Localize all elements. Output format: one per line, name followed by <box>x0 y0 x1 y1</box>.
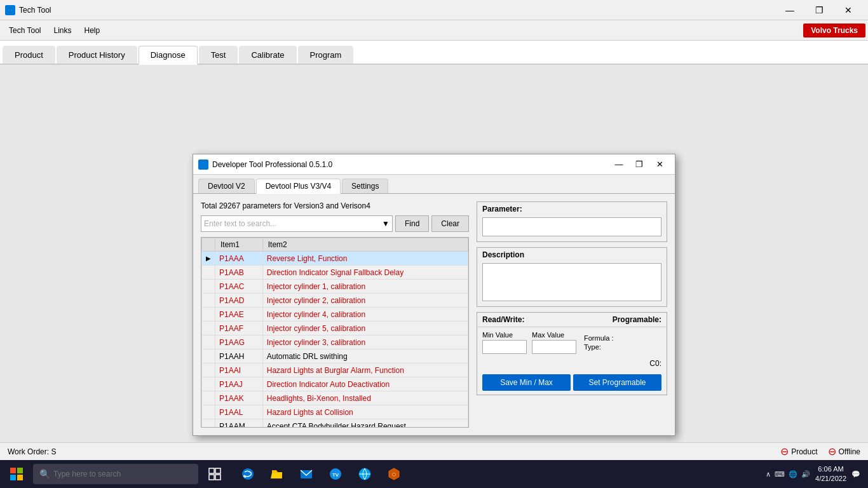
find-button[interactable]: Find <box>395 215 429 232</box>
set-programable-button[interactable]: Set Programable <box>573 374 661 391</box>
table-row[interactable]: P1AABDirection Indicator Signal Fallback… <box>202 266 468 280</box>
co-row: C0: <box>477 358 667 370</box>
arrow-col-header <box>202 238 215 252</box>
table-row[interactable]: P1AAEInjector cylinder 4, calibration <box>202 308 468 322</box>
min-value-input[interactable] <box>482 340 527 354</box>
save-min-max-button[interactable]: Save Min / Max <box>482 374 571 391</box>
row-item1: P1AAB <box>215 266 263 280</box>
dialog-title-text: Developer Tool Professional 0.5.1.0 <box>212 160 609 169</box>
programable-label: Programable: <box>613 315 661 324</box>
row-item2: Injector cylinder 5, calibration <box>262 322 468 336</box>
minimize-button[interactable]: — <box>775 0 804 20</box>
dialog-minimize-button[interactable]: — <box>609 156 629 173</box>
table-row[interactable]: ▶P1AAAReverse Light, Function <box>202 252 468 266</box>
tab-test[interactable]: Test <box>199 46 238 64</box>
row-arrow <box>202 405 215 419</box>
taskbar-apps: TV ⬡ <box>234 460 408 488</box>
tab-diagnose[interactable]: Diagnose <box>139 46 198 65</box>
menu-tech-tool[interactable]: Tech Tool <box>3 24 47 37</box>
table-row[interactable]: P1AAJDirection Indicator Auto Deactivati… <box>202 377 468 391</box>
volume-icon[interactable]: 🔊 <box>801 470 810 478</box>
taskbar-search[interactable]: 🔍 <box>33 464 198 484</box>
row-item1: P1AAH <box>215 349 263 363</box>
table-row[interactable]: P1AADInjector cylinder 2, calibration <box>202 294 468 308</box>
row-item2: Hazard Lights at Burglar Alarm, Function <box>262 363 468 377</box>
type-label: Type: <box>584 343 601 351</box>
row-item1: P1AAC <box>215 280 263 294</box>
table-row[interactable]: P1AAHAutomatic DRL swithing <box>202 349 468 363</box>
tray-up-icon[interactable]: ∧ <box>766 470 771 478</box>
dialog-maximize-button[interactable]: ❐ <box>629 156 649 173</box>
table-row[interactable]: P1AAKHeadlights, Bi-Xenon, Installed <box>202 391 468 405</box>
table-row[interactable]: P1AAMAccept CTA Bodybuilder Hazard Reque… <box>202 419 468 428</box>
notification-icon[interactable]: 💬 <box>851 470 860 478</box>
row-item2: Direction Indicator Signal Fallback Dela… <box>262 266 468 280</box>
status-right: ⊖ Product ⊖ Offline <box>780 445 860 458</box>
svg-rect-6 <box>215 468 220 473</box>
table-row[interactable]: P1AAFInjector cylinder 5, calibration <box>202 322 468 336</box>
taskbar-app-files[interactable] <box>263 460 291 488</box>
row-item1: P1AAE <box>215 308 263 322</box>
tab-settings[interactable]: Settings <box>342 179 388 193</box>
keyboard-icon[interactable]: ⌨ <box>775 470 785 478</box>
formula-label: Formula : <box>584 334 613 342</box>
menu-help[interactable]: Help <box>78 24 107 37</box>
search-icon: 🔍 <box>39 469 50 479</box>
description-textarea[interactable] <box>482 263 661 301</box>
row-arrow <box>202 391 215 405</box>
row-arrow <box>202 419 215 428</box>
taskbar-app-teamviewer[interactable]: TV <box>322 460 349 488</box>
max-value-input[interactable] <box>532 340 576 354</box>
clock[interactable]: 6:06 AM 4/21/2022 <box>815 464 846 484</box>
svg-point-9 <box>242 468 254 480</box>
tab-devtool-plus[interactable]: Devtool Plus V3/V4 <box>256 179 341 194</box>
network-icon[interactable]: 🌐 <box>789 470 797 478</box>
clear-button[interactable]: Clear <box>431 215 469 232</box>
svg-rect-4 <box>17 475 23 480</box>
total-text: Total 29267 parameters for Version3 and … <box>201 201 469 210</box>
taskbar-app-hex[interactable]: ⬡ <box>380 460 408 488</box>
dialog-overlay: Developer Tool Professional 0.5.1.0 — ❐ … <box>0 116 868 396</box>
svg-rect-8 <box>215 475 220 480</box>
time: 6:06 AM <box>815 464 846 474</box>
max-value-group: Max Value <box>532 331 576 354</box>
taskbar-app-mail[interactable] <box>292 460 320 488</box>
taskbar-app-edge[interactable] <box>234 460 262 488</box>
row-item1: P1AAK <box>215 391 263 405</box>
row-item2: Reverse Light, Function <box>262 252 468 266</box>
task-view-button[interactable] <box>201 460 229 488</box>
left-panel: Total 29267 parameters for Version3 and … <box>201 201 469 428</box>
volvo-trucks-button[interactable]: Volvo Trucks <box>803 24 865 37</box>
title-bar-controls: — ❐ ✕ <box>775 0 863 20</box>
dialog-close-button[interactable]: ✕ <box>649 156 670 173</box>
maximize-button[interactable]: ❐ <box>804 0 834 20</box>
svg-rect-5 <box>209 468 214 473</box>
table-row[interactable]: P1AAIHazard Lights at Burglar Alarm, Fun… <box>202 363 468 377</box>
tab-product-history[interactable]: Product History <box>57 46 137 64</box>
max-value-label: Max Value <box>532 331 564 339</box>
row-arrow <box>202 294 215 308</box>
param-table-container[interactable]: Item1 Item2 ▶P1AAAReverse Light, Functio… <box>201 237 469 428</box>
parameter-input[interactable] <box>482 217 661 236</box>
row-item2: Injector cylinder 1, calibration <box>262 280 468 294</box>
taskbar-app-globe[interactable] <box>351 460 379 488</box>
taskbar-right: ∧ ⌨ 🌐 🔊 6:06 AM 4/21/2022 💬 <box>766 464 865 484</box>
product-icon: ⊖ <box>780 445 789 458</box>
start-button[interactable] <box>3 460 31 488</box>
tab-program[interactable]: Program <box>298 46 354 64</box>
table-row[interactable]: P1AAGInjector cylinder 3, calibration <box>202 336 468 349</box>
product-label: Product <box>791 447 817 456</box>
tab-calibrate[interactable]: Calibrate <box>239 46 296 64</box>
search-combo[interactable]: Enter text to search... ▼ <box>201 215 393 232</box>
tab-product[interactable]: Product <box>3 46 55 64</box>
tab-devtool-v2[interactable]: Devtool V2 <box>198 179 255 193</box>
search-input[interactable] <box>33 464 198 484</box>
table-row[interactable]: P1AACInjector cylinder 1, calibration <box>202 280 468 294</box>
close-button[interactable]: ✕ <box>834 0 863 20</box>
system-tray[interactable]: ∧ ⌨ 🌐 🔊 <box>766 470 810 478</box>
table-row[interactable]: P1AALHazard Lights at Collision <box>202 405 468 419</box>
row-arrow <box>202 308 215 322</box>
menu-links[interactable]: Links <box>47 24 78 37</box>
files-icon <box>270 467 284 481</box>
row-arrow <box>202 280 215 294</box>
